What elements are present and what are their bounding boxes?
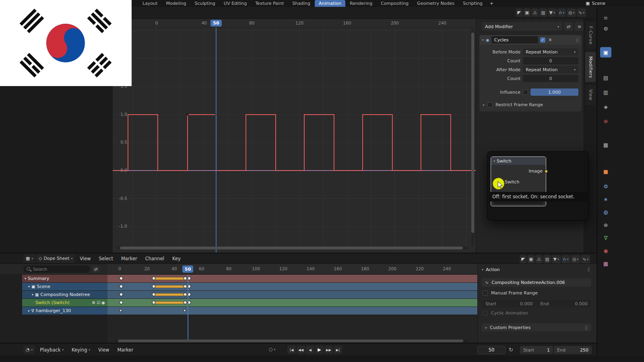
tool-icon[interactable]: ⚙ bbox=[600, 23, 611, 34]
view-layer-icon[interactable]: ▥ bbox=[600, 87, 611, 97]
action-panel-header[interactable]: ▾ Action bbox=[482, 267, 500, 272]
modifier-enable-icon[interactable]: ◉ bbox=[486, 38, 489, 42]
channel-track-switch-switch[interactable] bbox=[107, 299, 477, 306]
before-mode-dropdown[interactable]: Repeat Motion▾ bbox=[523, 48, 578, 56]
modifiers-icon[interactable]: ⚙ bbox=[600, 181, 611, 191]
modifier-name-field[interactable]: Cycles bbox=[491, 36, 538, 43]
current-frame-badge[interactable]: 50 bbox=[182, 265, 193, 273]
filter-icon[interactable]: ▼▾ bbox=[552, 255, 561, 263]
workspace-tab-rendering[interactable]: Rendering bbox=[346, 0, 376, 7]
menu-view[interactable]: View bbox=[76, 254, 95, 263]
collection-icon[interactable]: ▦ bbox=[600, 140, 611, 150]
keyframe-diamond[interactable] bbox=[119, 309, 122, 312]
output-icon[interactable]: ▤ bbox=[600, 72, 611, 83]
keyframe-diamond[interactable] bbox=[183, 309, 186, 312]
cycles-panel-header[interactable]: ▾ ◉ Cycles ✓ × ⣿ bbox=[479, 35, 582, 45]
search-input[interactable] bbox=[23, 265, 90, 273]
current-frame-field[interactable]: 50 bbox=[477, 346, 506, 354]
workspace-tab-modeling[interactable]: Modeling bbox=[162, 0, 190, 7]
copy-modifiers-icon[interactable]: ⇄ bbox=[564, 22, 573, 31]
snap-magnet-icon[interactable]: ∩▾ bbox=[561, 255, 570, 263]
drag-grip-icon[interactable]: ⣿ bbox=[585, 325, 588, 330]
count-number-field[interactable]: 0 bbox=[523, 57, 578, 64]
falloff-curve-icon[interactable]: ∿▾ bbox=[577, 8, 586, 17]
chevron-down-icon[interactable]: ▾ bbox=[28, 285, 30, 288]
chevron-down-icon[interactable]: ▾ bbox=[25, 277, 26, 280]
dope-horizontal-scrollbar[interactable] bbox=[116, 339, 468, 342]
next-keyframe-button[interactable]: ▶▶ bbox=[324, 346, 333, 354]
pin-icon[interactable]: ◉ bbox=[101, 300, 105, 305]
menu-channel[interactable]: Channel bbox=[141, 254, 168, 263]
overlay-icon[interactable]: ▥ bbox=[539, 8, 547, 17]
editor-type-button[interactable]: ▦ ▾ bbox=[23, 254, 35, 263]
keyframe-area[interactable]: 020406080100120140160180200220240 50 bbox=[107, 264, 477, 343]
sidebar-tab-modifiers[interactable]: Modifiers bbox=[585, 52, 596, 82]
graph-horizontal-scrollbar[interactable] bbox=[117, 247, 469, 249]
restrict-frame-range-row[interactable]: ▸ Restrict Frame Range bbox=[479, 96, 582, 107]
cyclic-animation-row[interactable]: Cyclic Animation bbox=[483, 311, 528, 316]
checkbox-checked-icon[interactable]: ☑ bbox=[97, 300, 100, 305]
jump-to-start-button[interactable]: |◀ bbox=[287, 346, 296, 354]
dope-frame-ruler[interactable]: 020406080100120140160180200220240 bbox=[107, 264, 477, 274]
drag-grip-icon[interactable]: ⣿ bbox=[587, 267, 590, 272]
workspace-tab-texture-paint[interactable]: Texture Paint bbox=[251, 0, 288, 7]
channel-track-summary[interactable] bbox=[107, 275, 477, 282]
workspace-tab-scripting[interactable]: Scripting bbox=[459, 0, 487, 7]
manual-frame-range-row[interactable]: Manual Frame Range bbox=[483, 290, 538, 296]
delete-modifier-button[interactable]: × bbox=[548, 37, 552, 43]
current-frame-badge[interactable]: 50 bbox=[211, 20, 222, 27]
scrollbar-thumb[interactable] bbox=[120, 247, 463, 249]
modifier-extras-icon[interactable]: ≡ bbox=[575, 22, 584, 31]
add-workspace-button[interactable]: + bbox=[487, 0, 496, 7]
workspace-tab-shading[interactable]: Shading bbox=[288, 0, 314, 7]
menu-view[interactable]: View bbox=[94, 346, 113, 354]
action-start-field[interactable]: Start 0.000 bbox=[482, 300, 537, 307]
texture-icon[interactable]: ▩ bbox=[600, 258, 611, 269]
menu-select[interactable]: Select bbox=[95, 254, 117, 263]
wrench-icon[interactable]: ⚙ bbox=[92, 300, 95, 305]
box-select-icon[interactable]: ▣ bbox=[527, 255, 535, 263]
influence-slider[interactable]: 1.000 bbox=[530, 88, 578, 96]
world-icon[interactable]: ⊕ bbox=[600, 116, 611, 126]
topbar-scene-selector[interactable]: ▣ Scene bbox=[586, 0, 605, 7]
constraints-icon[interactable]: ⊗ bbox=[600, 220, 611, 230]
drag-grip-icon[interactable]: ⣿ bbox=[576, 38, 579, 42]
graph-canvas[interactable]: 04080120160200240 50 1.51.00.50.0-0.5-1.… bbox=[113, 19, 476, 253]
channel-summary[interactable]: ▾Summary bbox=[22, 275, 107, 282]
manual-frame-range-checkbox[interactable] bbox=[483, 290, 488, 296]
channel-scene[interactable]: ▾▣Scene bbox=[22, 283, 107, 290]
menu-key[interactable]: Key bbox=[168, 254, 185, 263]
workspace-tab-animation[interactable]: Animation bbox=[315, 0, 345, 7]
timeline-end-field[interactable]: End 250 bbox=[554, 346, 592, 354]
falloff-curve-icon[interactable]: ∿▾ bbox=[581, 255, 590, 263]
channel-track-compositing-nodetree[interactable] bbox=[107, 291, 477, 298]
editor-type-button[interactable]: ◔ ▾ bbox=[23, 346, 35, 354]
workspace-tab-uv-editing[interactable]: UV Editing bbox=[220, 0, 251, 7]
proportional-edit-icon[interactable]: ◎▾ bbox=[567, 8, 576, 17]
channel-switch-switch[interactable]: Switch (Switch)⚙☑◉ bbox=[22, 299, 107, 306]
physics-icon[interactable]: ◍ bbox=[600, 207, 611, 217]
chevron-down-icon[interactable]: ▾ bbox=[32, 293, 33, 296]
play-reverse-button[interactable]: ◀ bbox=[306, 346, 314, 354]
snap-magnet-icon[interactable]: ∩▾ bbox=[557, 8, 566, 17]
box-select-icon[interactable]: ▣ bbox=[523, 8, 530, 17]
dope-sheet-mode-dropdown[interactable]: ◇ Dope Sheet ▾ bbox=[36, 254, 75, 263]
channel-track-scene[interactable] bbox=[107, 283, 477, 290]
object-icon[interactable]: ■ bbox=[600, 166, 611, 177]
graph-vertical-scrollbar[interactable] bbox=[471, 29, 474, 247]
cursor-tool-icon[interactable]: ◤ bbox=[520, 255, 526, 263]
menu-marker[interactable]: Marker bbox=[117, 254, 141, 263]
count-number-field[interactable]: 0 bbox=[523, 75, 578, 82]
cursor-tool-icon[interactable]: ◤ bbox=[516, 8, 522, 17]
scrollbar-thumb[interactable] bbox=[471, 33, 474, 233]
particles-icon[interactable]: ∗ bbox=[600, 194, 611, 204]
playhead-line[interactable] bbox=[188, 274, 188, 339]
influence-checkbox[interactable] bbox=[523, 90, 528, 95]
workspace-tab-compositing[interactable]: Compositing bbox=[377, 0, 413, 7]
overlay-icon[interactable]: ▥ bbox=[543, 255, 551, 263]
after-mode-dropdown[interactable]: Repeat Motion▾ bbox=[523, 66, 578, 73]
keyframe-diamond[interactable] bbox=[119, 292, 123, 296]
add-modifier-button[interactable]: Add Modifier ▾ bbox=[482, 22, 562, 31]
sidebar-tab-f-curve[interactable]: F-Curve bbox=[585, 22, 596, 49]
scene-icon[interactable]: ◈ bbox=[600, 101, 611, 112]
